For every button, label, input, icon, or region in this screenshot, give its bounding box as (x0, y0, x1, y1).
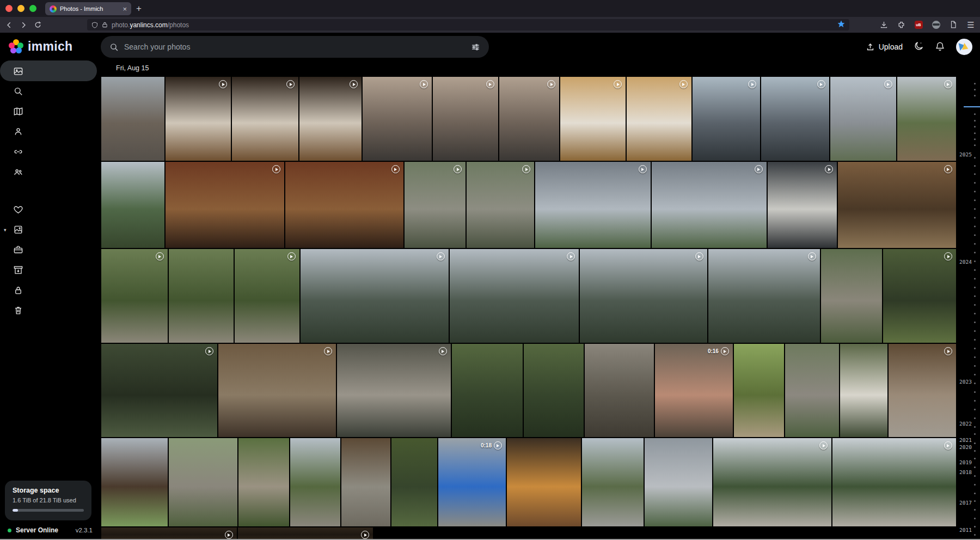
sidebar-item-shared-links[interactable] (0, 142, 100, 162)
profile-extension-icon[interactable] (930, 19, 942, 31)
menu-icon[interactable]: ☰ (965, 19, 977, 31)
photo-thumbnail-garden-gate[interactable] (290, 438, 341, 526)
photo-thumbnail-shrine-beams[interactable] (838, 162, 956, 248)
url-bar[interactable]: photo.yanlincs.com/photos (87, 19, 849, 31)
photo-thumbnail-train-platform[interactable] (830, 77, 896, 161)
photo-thumbnail-stone-statues[interactable] (467, 162, 534, 248)
photo-thumbnail-village-valley[interactable] (713, 438, 831, 526)
photo-thumbnail-forest-green[interactable] (391, 438, 437, 526)
theme-toggle-moon-icon[interactable] (914, 41, 924, 53)
user-avatar[interactable] (956, 39, 972, 55)
photo-thumbnail-stone-pillars[interactable] (337, 344, 451, 437)
sidebar-item-utilities[interactable] (0, 240, 100, 260)
photo-thumbnail-cliff-temple[interactable] (580, 249, 707, 343)
photo-thumbnail-valley-view[interactable] (652, 162, 767, 248)
sidebar-item-albums[interactable]: ▾ (0, 220, 100, 240)
photo-thumbnail-forest-trail[interactable] (235, 249, 299, 343)
page-icon[interactable] (947, 19, 959, 31)
search-bar[interactable] (101, 36, 489, 58)
download-icon[interactable] (878, 19, 890, 31)
notifications-bell-icon[interactable] (935, 41, 945, 53)
photo-thumbnail-cliff-temple[interactable] (450, 249, 579, 343)
sidebar-item-sharing[interactable] (0, 162, 100, 182)
photo-thumbnail-dark-cliff-forest[interactable] (101, 344, 217, 437)
photo-thumbnail-ceramics-shop[interactable] (232, 77, 298, 161)
photo-thumbnail-sunlit-path[interactable] (734, 344, 784, 437)
photo-thumbnail-muddy-river[interactable] (897, 77, 956, 161)
sidebar-item-photos[interactable] (0, 60, 97, 81)
timeline-year-2011[interactable]: 2011 (959, 527, 972, 533)
timeline-scrub-indicator[interactable] (964, 106, 980, 107)
photo-thumbnail-mountain-stream[interactable] (645, 438, 712, 526)
forward-button[interactable] (16, 19, 30, 31)
reload-button[interactable] (30, 19, 45, 31)
sidebar-item-map[interactable] (0, 101, 100, 122)
bookmark-star-icon[interactable] (837, 20, 845, 30)
photo-thumbnail-temple-steps-visitor[interactable] (169, 438, 237, 526)
timeline-year-2017[interactable]: 2017 (959, 500, 972, 506)
photo-thumbnail-forest-trail[interactable] (101, 249, 168, 343)
sidebar-item-locked-folder[interactable] (0, 280, 100, 300)
sidebar-item-explore[interactable] (0, 81, 100, 101)
photo-thumbnail-soba-meal[interactable] (166, 162, 284, 248)
photo-thumbnail-hiker-blue-shirt[interactable]: 0:18 (438, 438, 506, 526)
timeline-year-2018[interactable]: 2018 (959, 469, 972, 475)
photo-thumbnail-green-hills[interactable] (101, 162, 164, 248)
photo-thumbnail-crosswalk-mall[interactable] (363, 77, 432, 161)
timeline-year-2022[interactable]: 2022 (959, 421, 972, 427)
tab-close-icon[interactable]: × (122, 5, 127, 13)
ublock-icon[interactable]: uB (912, 19, 924, 31)
photo-thumbnail-wooden-interior[interactable] (101, 527, 237, 539)
photo-thumbnail-cliff-temple[interactable] (301, 249, 449, 343)
photo-thumbnail-wooden-interior[interactable] (238, 527, 373, 539)
photo-thumbnail-stone-statues[interactable] (405, 162, 465, 248)
photo-thumbnail-tree-lined-path[interactable] (238, 438, 289, 526)
immich-logo[interactable]: immich (9, 39, 72, 54)
sidebar-item-trash[interactable] (0, 300, 100, 320)
photo-thumbnail-info-sign[interactable] (768, 162, 837, 248)
timeline-year-2025[interactable]: 2025 (959, 151, 972, 157)
photo-thumbnail-rock-carvings[interactable] (585, 344, 654, 437)
sidebar-item-archive[interactable] (0, 260, 100, 280)
lock-icon[interactable] (102, 22, 108, 28)
photo-thumbnail-crosswalk-mall[interactable] (499, 77, 560, 161)
timeline-year-2023[interactable]: 2023 (959, 379, 972, 385)
search-filters-icon[interactable] (471, 43, 480, 52)
upload-button[interactable]: Upload (866, 43, 903, 52)
photo-thumbnail-cliff-temple[interactable] (708, 249, 820, 343)
minimize-window-button[interactable] (17, 5, 24, 12)
timeline-year-2019[interactable]: 2019 (959, 459, 972, 465)
photo-thumbnail-shop-stall[interactable] (507, 438, 581, 526)
timeline-year-2020[interactable]: 2020 (959, 444, 972, 450)
photo-thumbnail-crowd-video[interactable]: 0:16 (655, 344, 733, 437)
photo-thumbnail-wooden-slats[interactable] (218, 344, 336, 437)
photo-thumbnail-valley-view[interactable] (535, 162, 650, 248)
photo-thumbnail-street-town[interactable] (101, 77, 164, 161)
photo-thumbnail-ceramics-shop[interactable] (166, 77, 231, 161)
photo-thumbnail-gate-walkway[interactable] (341, 438, 390, 526)
close-window-button[interactable] (5, 5, 13, 12)
sidebar-item-favorites[interactable] (0, 199, 100, 220)
photo-thumbnail-town-street[interactable] (582, 438, 644, 526)
photo-thumbnail-table-dishes[interactable] (627, 77, 691, 161)
browser-tab-photos-immich[interactable]: Photos - Immich × (45, 2, 131, 15)
photo-thumbnail-forest-trail[interactable] (169, 249, 234, 343)
photo-thumbnail-city-buildings[interactable] (761, 77, 829, 161)
sidebar-item-people[interactable] (0, 122, 100, 142)
photo-thumbnail-cedar-forest[interactable] (452, 344, 523, 437)
photo-thumbnail-crosswalk-mall[interactable] (433, 77, 498, 161)
photo-thumbnail-moss-forest[interactable] (883, 249, 956, 343)
photo-thumbnail-cedar-forest[interactable] (524, 344, 584, 437)
photo-thumbnail-stone-path-walker[interactable] (785, 344, 839, 437)
photo-thumbnail-city-buildings[interactable] (693, 77, 760, 161)
photo-thumbnail-stone-stairs[interactable] (821, 249, 882, 343)
new-tab-button[interactable]: + (136, 2, 142, 15)
photo-thumbnail-ceramics-shop[interactable] (299, 77, 362, 161)
photo-thumbnail-village-valley[interactable] (832, 438, 956, 526)
photo-thumbnail-banner-path[interactable] (840, 344, 888, 437)
extension-icon[interactable] (895, 19, 907, 31)
search-input[interactable] (124, 43, 465, 51)
timeline-year-2024[interactable]: 2024 (959, 259, 972, 265)
back-button[interactable] (2, 19, 16, 31)
photo-thumbnail-soba-meal[interactable] (285, 162, 403, 248)
